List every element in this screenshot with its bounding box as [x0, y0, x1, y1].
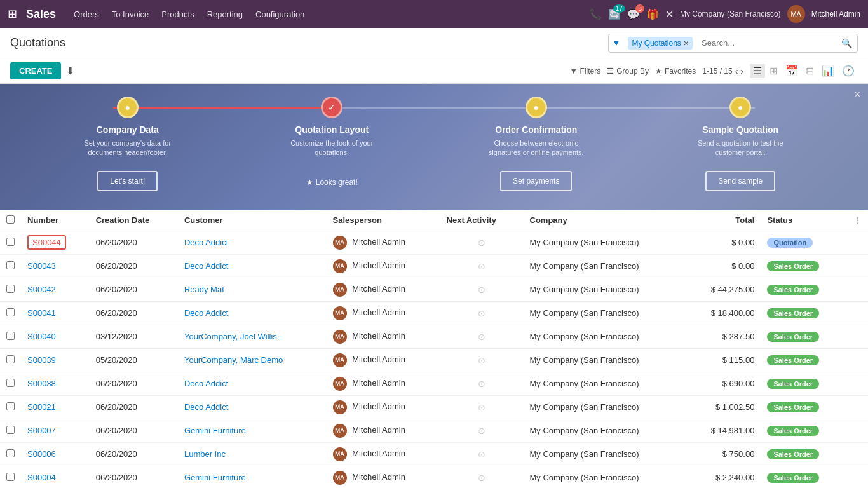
nav-products[interactable]: Products [161, 10, 194, 19]
row-customer[interactable]: Gemini Furniture [178, 466, 327, 488]
col-customer[interactable]: Customer [178, 210, 327, 231]
row-status: Sales Order [761, 278, 847, 301]
row-checkbox-cell[interactable] [0, 325, 21, 348]
kanban-view-button[interactable]: ⊞ [766, 64, 781, 78]
pivot-view-button[interactable]: ⊟ [803, 64, 817, 78]
user-avatar[interactable]: MA [787, 5, 805, 23]
row-checkbox[interactable] [6, 473, 15, 481]
row-checkbox-cell[interactable] [0, 231, 21, 254]
gift-icon[interactable]: 🎁 [646, 8, 659, 20]
row-number[interactable]: S00044 [21, 231, 90, 254]
activity-icon[interactable]: 🔄 17 [608, 8, 621, 20]
sub-header: Quotations ▼ My Quotations × 🔍 [0, 28, 868, 58]
create-button[interactable]: CREATE [10, 62, 61, 79]
nav-reporting[interactable]: Reporting [207, 10, 243, 19]
row-checkbox[interactable] [6, 402, 15, 410]
favorites-button[interactable]: ★ Favorites [655, 67, 696, 76]
download-button[interactable]: ⬇ [66, 65, 74, 77]
status-badge: Sales Order [767, 355, 819, 365]
col-creation-date[interactable]: Creation Date [90, 210, 178, 231]
row-customer[interactable]: Ready Mat [178, 278, 327, 301]
phone-icon[interactable]: 📞 [589, 8, 602, 20]
row-number[interactable]: S00021 [21, 395, 90, 419]
row-checkbox[interactable] [6, 332, 15, 340]
row-checkbox-cell[interactable] [0, 466, 21, 488]
col-company[interactable]: Company [524, 210, 686, 231]
row-status: Sales Order [761, 372, 847, 395]
list-view-button[interactable]: ☰ [750, 64, 765, 78]
row-checkbox[interactable] [6, 426, 15, 434]
close-icon[interactable]: ✕ [665, 8, 674, 20]
row-number[interactable]: S00043 [21, 254, 90, 278]
row-checkbox[interactable] [6, 379, 15, 387]
row-customer[interactable]: Deco Addict [178, 301, 327, 325]
row-checkbox[interactable] [6, 238, 15, 246]
col-status[interactable]: Status [761, 210, 847, 231]
row-checkbox-cell[interactable] [0, 278, 21, 301]
search-input[interactable] [696, 38, 836, 48]
select-all-checkbox[interactable] [6, 215, 15, 224]
row-checkbox-cell[interactable] [0, 395, 21, 419]
filter-tag[interactable]: My Quotations × [628, 37, 693, 50]
messages-icon[interactable]: 💬 5 [627, 8, 640, 20]
row-customer[interactable]: Deco Addict [178, 254, 327, 278]
filters-button[interactable]: ▼ Filters [570, 67, 601, 76]
row-checkbox[interactable] [6, 449, 15, 458]
row-number[interactable]: S00040 [21, 325, 90, 348]
set-payments-button[interactable]: Set payments [500, 171, 572, 191]
row-total: $ 2,240.00 [686, 466, 761, 488]
row-number[interactable]: S00004 [21, 466, 90, 488]
send-sample-button[interactable]: Send sample [705, 171, 775, 191]
row-number[interactable]: S00006 [21, 442, 90, 466]
row-checkbox-cell[interactable] [0, 254, 21, 278]
row-customer[interactable]: Deco Addict [178, 231, 327, 254]
row-customer[interactable]: Deco Addict [178, 395, 327, 419]
col-next-activity[interactable]: Next Activity [440, 210, 524, 231]
step-1-desc: Set your company's data for documents he… [77, 139, 179, 158]
nav-orders[interactable]: Orders [74, 10, 99, 19]
row-checkbox[interactable] [6, 285, 15, 293]
prev-page-button[interactable]: ‹ [735, 66, 738, 76]
row-checkbox-cell[interactable] [0, 301, 21, 325]
calendar-view-button[interactable]: 📅 [782, 64, 801, 78]
groupby-button[interactable]: ☰ Group By [607, 67, 649, 76]
row-checkbox-cell[interactable] [0, 419, 21, 442]
app-grid-icon[interactable]: ⊞ [8, 7, 17, 21]
nav-configuration[interactable]: Configuration [255, 10, 304, 19]
row-checkbox[interactable] [6, 261, 15, 269]
row-number[interactable]: S00041 [21, 301, 90, 325]
col-total[interactable]: Total [686, 210, 761, 231]
user-name: Mitchell Admin [811, 10, 860, 18]
row-customer[interactable]: Gemini Furniture [178, 419, 327, 442]
row-number[interactable]: S00042 [21, 278, 90, 301]
row-options [847, 348, 868, 372]
col-options[interactable]: ⋮ [847, 210, 868, 231]
row-customer[interactable]: Lumber Inc [178, 442, 327, 466]
row-checkbox[interactable] [6, 355, 15, 363]
col-number[interactable]: Number [21, 210, 90, 231]
nav-to-invoice[interactable]: To Invoice [112, 10, 149, 19]
activity-circle-icon: ⊙ [478, 355, 485, 365]
salesperson-avatar: MA [333, 400, 347, 414]
row-customer[interactable]: Deco Addict [178, 372, 327, 395]
row-number[interactable]: S00007 [21, 419, 90, 442]
row-activity: ⊙ [440, 278, 524, 301]
select-all-header[interactable] [0, 210, 21, 231]
row-checkbox[interactable] [6, 308, 15, 316]
row-customer[interactable]: YourCompany, Marc Demo [178, 348, 327, 372]
col-salesperson[interactable]: Salesperson [327, 210, 440, 231]
row-checkbox-cell[interactable] [0, 442, 21, 466]
search-bar: ▼ My Quotations × 🔍 [608, 34, 858, 53]
next-page-button[interactable]: › [740, 66, 743, 76]
row-checkbox-cell[interactable] [0, 372, 21, 395]
activity-view-button[interactable]: 🕐 [839, 64, 858, 78]
row-customer[interactable]: YourCompany, Joel Willis [178, 325, 327, 348]
table-row: S00044 06/20/2020 Deco Addict MA Mitchel… [0, 231, 868, 254]
row-checkbox-cell[interactable] [0, 348, 21, 372]
filter-tag-close[interactable]: × [684, 38, 689, 48]
search-button[interactable]: 🔍 [836, 38, 857, 48]
row-number[interactable]: S00039 [21, 348, 90, 372]
row-number[interactable]: S00038 [21, 372, 90, 395]
lets-start-button[interactable]: Let's start! [97, 171, 158, 191]
graph-view-button[interactable]: 📊 [818, 64, 837, 78]
